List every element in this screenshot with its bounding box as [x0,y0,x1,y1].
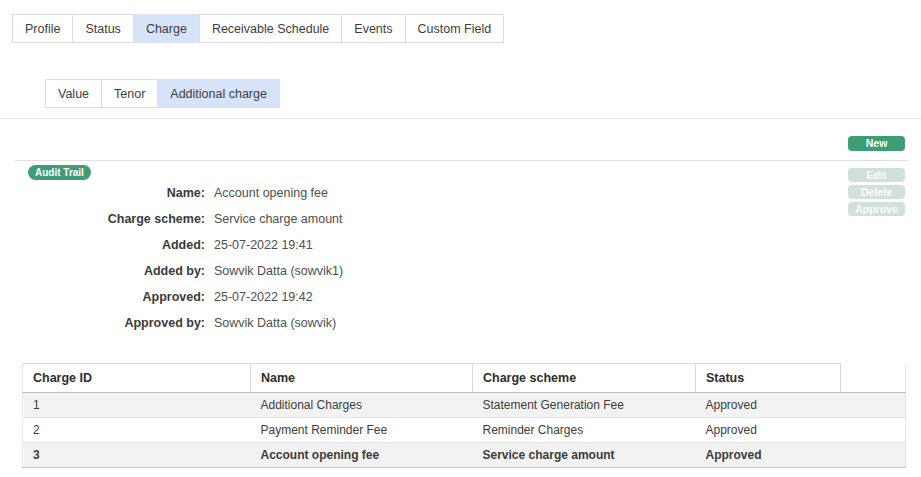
detail-value: 25-07-2022 19:41 [214,238,313,252]
subtab-additional-charge[interactable]: Additional charge [157,79,280,108]
detail-row-name: Name: Account opening fee [0,180,560,206]
detail-label: Name: [0,186,205,200]
detail-row-added: Added: 25-07-2022 19:41 [0,232,560,258]
subtab-tenor[interactable]: Tenor [101,79,158,108]
charge-details: Name: Account opening fee Charge scheme:… [0,180,560,336]
tab-status[interactable]: Status [72,14,133,43]
subtab-value[interactable]: Value [45,79,102,108]
cell-charge-id: 3 [23,443,251,468]
primary-tab-bar: Profile Status Charge Receivable Schedul… [12,14,504,43]
col-header-status: Status [696,364,841,393]
delete-button[interactable]: Delete [848,185,905,199]
secondary-tab-bar: Value Tenor Additional charge [45,79,280,108]
tab-receivable-schedule[interactable]: Receivable Schedule [199,14,342,43]
table-header-row: Charge ID Name Charge scheme Status [23,364,906,393]
new-button[interactable]: New [848,136,905,151]
cell-spacer [841,393,906,418]
cell-spacer [841,418,906,443]
section-divider-top [0,118,921,119]
cell-name: Account opening fee [251,443,473,468]
cell-charge-scheme: Reminder Charges [473,418,696,443]
detail-label: Added by: [0,264,205,278]
section-divider-mid [15,160,908,161]
cell-charge-scheme: Service charge amount [473,443,696,468]
cell-charge-id: 1 [23,393,251,418]
detail-value: 25-07-2022 19:42 [214,290,313,304]
detail-value: Account opening fee [214,186,328,200]
detail-row-added-by: Added by: Sowvik Datta (sowvik1) [0,258,560,284]
detail-row-approved: Approved: 25-07-2022 19:42 [0,284,560,310]
cell-name: Payment Reminder Fee [251,418,473,443]
tab-charge[interactable]: Charge [133,14,200,43]
detail-value: Sowvik Datta (sowvik1) [214,264,343,278]
tab-events[interactable]: Events [341,14,405,43]
cell-charge-id: 2 [23,418,251,443]
edit-button[interactable]: Edit [848,168,905,182]
charges-table: Charge ID Name Charge scheme Status 1 Ad… [22,363,906,468]
detail-value: Sowvik Datta (sowvik) [214,316,336,330]
detail-value: Service charge amount [214,212,343,226]
cell-charge-scheme: Statement Generation Fee [473,393,696,418]
detail-row-approved-by: Approved by: Sowvik Datta (sowvik) [0,310,560,336]
tab-custom-field[interactable]: Custom Field [405,14,505,43]
table-row-account-opening-fee[interactable]: 3 Account opening fee Service charge amo… [23,443,906,468]
cell-spacer [841,443,906,468]
col-header-name: Name [251,364,473,393]
detail-label: Charge scheme: [0,212,205,226]
cell-status: Approved [696,418,841,443]
table-row-payment-reminder-fee[interactable]: 2 Payment Reminder Fee Reminder Charges … [23,418,906,443]
cell-status: Approved [696,393,841,418]
tab-profile[interactable]: Profile [12,14,73,43]
detail-label: Approved by: [0,316,205,330]
detail-row-charge-scheme: Charge scheme: Service charge amount [0,206,560,232]
col-header-charge-id: Charge ID [23,364,251,393]
col-header-charge-scheme: Charge scheme [473,364,696,393]
approve-button[interactable]: Approve [848,202,905,216]
col-header-spacer [841,364,906,393]
cell-name: Additional Charges [251,393,473,418]
detail-label: Added: [0,238,205,252]
table-row-additional-charges[interactable]: 1 Additional Charges Statement Generatio… [23,393,906,418]
audit-trail-badge[interactable]: Audit Trail [28,165,91,180]
detail-label: Approved: [0,290,205,304]
cell-status: Approved [696,443,841,468]
